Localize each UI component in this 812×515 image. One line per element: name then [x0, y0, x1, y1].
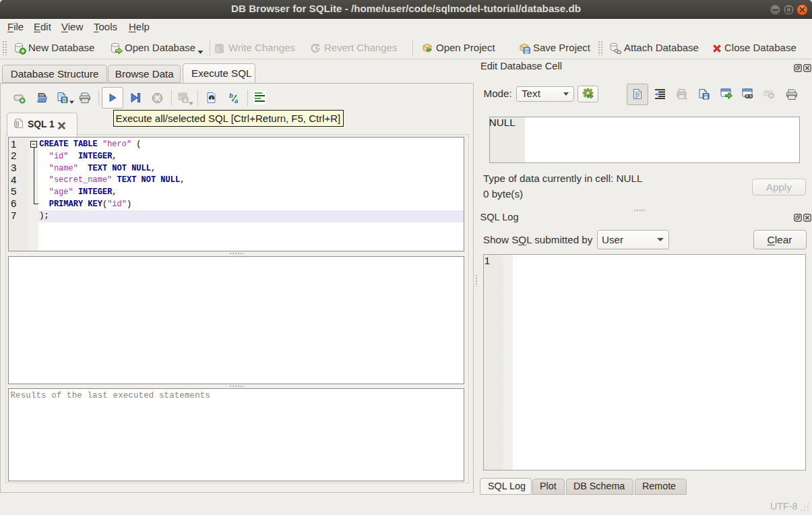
svg-text:a: a [235, 97, 238, 104]
svg-text:b: b [229, 92, 233, 99]
